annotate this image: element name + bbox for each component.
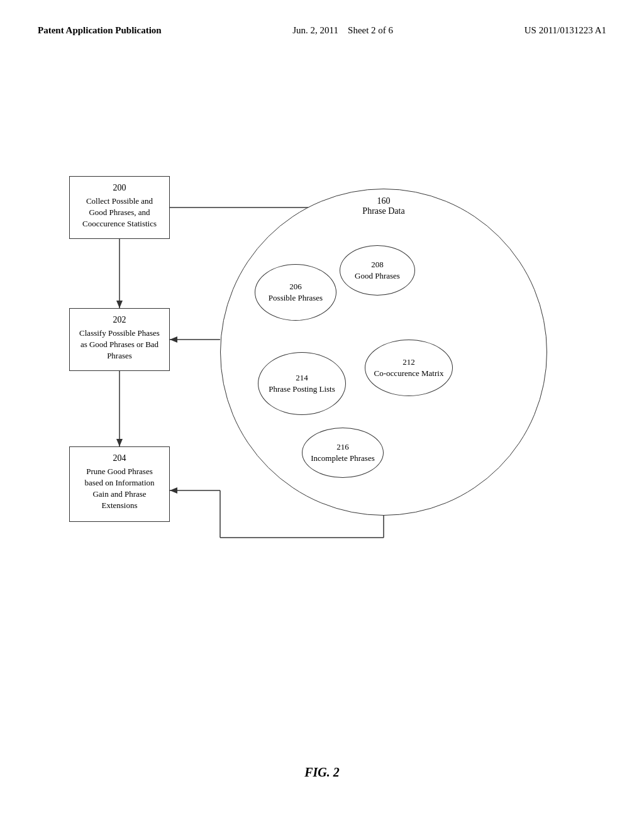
oval-206-text: Possible Phrases	[269, 292, 323, 304]
circle-160-label: 160 Phrase Data	[220, 189, 547, 216]
oval-212-text: Co-occurence Matrix	[374, 368, 444, 379]
oval-206: 206 Possible Phrases	[255, 264, 336, 321]
box-202-id: 202	[76, 314, 163, 326]
circle-160-id: 160	[220, 196, 547, 206]
oval-208-id: 208	[371, 259, 384, 270]
svg-marker-1	[116, 301, 123, 308]
box-200: 200 Collect Possible and Good Phrases, a…	[69, 176, 170, 239]
box-202: 202 Classify Possible Phases as Good Phr…	[69, 308, 170, 371]
patent-number: US 2011/0131223 A1	[525, 25, 606, 36]
svg-marker-3	[116, 439, 123, 446]
oval-214: 214 Phrase Posting Lists	[258, 352, 346, 415]
oval-206-id: 206	[289, 281, 302, 292]
oval-216: 216 Incomplete Phrases	[302, 428, 384, 478]
oval-212: 212 Co-occurence Matrix	[365, 340, 453, 396]
figure-label: FIG. 2	[304, 765, 340, 780]
sheet: Sheet 2 of 6	[348, 25, 393, 35]
box-204: 204 Prune Good Phrases based on Informat…	[69, 446, 170, 522]
publication-label: Patent Application Publication	[38, 25, 162, 36]
circle-160-text: Phrase Data	[220, 206, 547, 216]
box-204-id: 204	[76, 452, 163, 465]
oval-208: 208 Good Phrases	[340, 245, 415, 296]
oval-212-id: 212	[402, 357, 415, 368]
box-204-text: Prune Good Phrases based on Information …	[76, 466, 163, 512]
date: Jun. 2, 2011	[292, 25, 338, 35]
oval-214-id: 214	[296, 372, 308, 384]
svg-marker-7	[170, 336, 177, 343]
box-200-id: 200	[76, 182, 163, 194]
page-header: Patent Application Publication Jun. 2, 2…	[0, 0, 644, 36]
oval-216-id: 216	[336, 441, 349, 453]
oval-216-text: Incomplete Phrases	[311, 453, 374, 464]
box-202-text: Classify Possible Phases as Good Phrases…	[76, 328, 163, 362]
oval-214-text: Phrase Posting Lists	[269, 384, 335, 395]
box-200-text: Collect Possible and Good Phrases, and C…	[76, 196, 163, 230]
diagram-area: 200 Collect Possible and Good Phrases, a…	[31, 138, 610, 629]
oval-208-text: Good Phrases	[355, 270, 400, 282]
date-sheet: Jun. 2, 2011 Sheet 2 of 6	[292, 25, 393, 36]
svg-marker-9	[170, 487, 177, 494]
